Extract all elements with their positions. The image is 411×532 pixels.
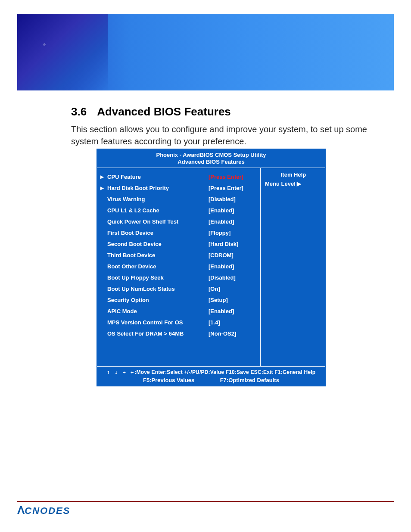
- bios-row-value[interactable]: [Floppy]: [209, 230, 257, 236]
- bios-row-label: Virus Warning: [107, 196, 209, 202]
- section-title: Advanced BIOS Features: [97, 105, 231, 118]
- bios-row-value[interactable]: [Enabled]: [209, 263, 257, 270]
- bios-help-panel: Item Help Menu Level ▶: [261, 168, 325, 366]
- bios-row[interactable]: APIC Mode[Enabled]: [100, 306, 257, 317]
- bios-settings-list: ▶CPU Feature[Press Enter]▶Hard Disk Boot…: [97, 168, 261, 366]
- bios-row-value[interactable]: [Press Enter]: [209, 174, 257, 180]
- bios-row-label: Boot Up Floppy Seek: [107, 274, 209, 281]
- bios-row-value[interactable]: [Hard Disk]: [209, 241, 257, 247]
- bios-row-label: MPS Version Control For OS: [107, 319, 209, 326]
- brand-text: CNODES: [25, 505, 70, 516]
- bios-row-value[interactable]: [On]: [209, 286, 257, 292]
- bios-row[interactable]: ▶CPU Feature[Press Enter]: [100, 171, 257, 183]
- bios-row[interactable]: First Boot Device[Floppy]: [100, 227, 257, 239]
- bios-row[interactable]: ▶Hard Disk Boot Priority[Press Enter]: [100, 183, 257, 194]
- bios-row-label: CPU L1 & L2 Cache: [107, 207, 209, 214]
- bios-row-value[interactable]: [Press Enter]: [209, 185, 257, 191]
- footer-f5: F5:Previous Values: [143, 377, 194, 383]
- bios-row[interactable]: OS Select For DRAM > 64MB[Non-OS2]: [100, 328, 257, 339]
- bios-row-value[interactable]: [Non-OS2]: [209, 330, 257, 337]
- bios-row[interactable]: Second Boot Device[Hard Disk]: [100, 239, 257, 250]
- bios-row-value[interactable]: [Enabled]: [209, 308, 257, 314]
- bios-row[interactable]: Security Option[Setup]: [100, 295, 257, 306]
- brand-lambda-icon: Λ: [17, 504, 25, 516]
- bios-body: ▶CPU Feature[Press Enter]▶Hard Disk Boot…: [97, 168, 325, 366]
- bios-row-value[interactable]: [Disabled]: [209, 196, 257, 202]
- bios-row[interactable]: CPU L1 & L2 Cache[Enabled]: [100, 205, 257, 216]
- bios-row-label: Third Boot Device: [107, 252, 209, 258]
- bios-header-line1: Phoenix - AwardBIOS CMOS Setup Utility: [97, 152, 325, 159]
- bios-row-label: Boot Other Device: [107, 263, 209, 270]
- bios-row-value[interactable]: [Enabled]: [209, 207, 257, 214]
- bios-row-value[interactable]: [Enabled]: [209, 218, 257, 225]
- bios-row-value[interactable]: [CDROM]: [209, 252, 257, 258]
- bios-footer: ↑ ↓ → ←:Move Enter:Select +/-/PU/PD:Valu…: [97, 366, 325, 387]
- banner-art: [17, 14, 108, 90]
- bios-row[interactable]: Third Boot Device[CDROM]: [100, 250, 257, 261]
- bios-row-label: Second Boot Device: [107, 241, 209, 247]
- section-number: 3.6: [71, 105, 87, 118]
- bios-row[interactable]: Boot Up Floppy Seek[Disabled]: [100, 272, 257, 283]
- bios-row-value[interactable]: [Disabled]: [209, 274, 257, 281]
- section-heading: 3.6Advanced BIOS Features: [71, 105, 231, 118]
- bios-setup-screen: Phoenix - AwardBIOS CMOS Setup Utility A…: [97, 149, 326, 386]
- footer-line1-rest: :Move Enter:Select +/-/PU/PD:Value F10:S…: [134, 369, 315, 375]
- bios-row-label: OS Select For DRAM > 64MB: [107, 330, 209, 337]
- triangle-right-icon: ▶: [297, 180, 301, 187]
- bios-row[interactable]: Quick Power On Shelf Test[Enabled]: [100, 216, 257, 227]
- bios-header: Phoenix - AwardBIOS CMOS Setup Utility A…: [97, 149, 325, 168]
- bios-header-line2: Advanced BIOS Features: [97, 159, 325, 165]
- triangle-right-icon: ▶: [100, 186, 107, 190]
- bios-row-label: Hard Disk Boot Priority: [107, 185, 209, 191]
- footer-f7: F7:Optimized Defaults: [220, 377, 279, 383]
- bios-row-value[interactable]: [1.4]: [209, 319, 257, 326]
- footer-keys-line1: ↑ ↓ → ←:Move Enter:Select +/-/PU/PD:Valu…: [100, 369, 323, 375]
- menu-level: Menu Level ▶: [265, 180, 322, 187]
- bios-row-label: APIC Mode: [107, 308, 209, 314]
- header-banner: [17, 14, 394, 90]
- bios-row[interactable]: Virus Warning[Disabled]: [100, 194, 257, 205]
- bios-row-label: Boot Up NumLock Status: [107, 286, 209, 292]
- bios-row-label: Security Option: [107, 297, 209, 303]
- menu-level-label: Menu Level: [265, 180, 296, 187]
- arrow-keys-icon: ↑ ↓ → ←: [107, 369, 135, 375]
- bios-row[interactable]: Boot Other Device[Enabled]: [100, 261, 257, 272]
- footer-keys-line2: F5:Previous Values F7:Optimized Defaults: [100, 377, 323, 383]
- bios-row-label: CPU Feature: [107, 174, 209, 180]
- bios-row-value[interactable]: [Setup]: [209, 297, 257, 303]
- help-title: Item Help: [265, 171, 322, 178]
- bios-row-label: First Boot Device: [107, 230, 209, 236]
- footer-rule: [17, 501, 394, 502]
- bios-row-label: Quick Power On Shelf Test: [107, 218, 209, 225]
- bios-row[interactable]: Boot Up NumLock Status[On]: [100, 283, 257, 295]
- triangle-right-icon: ▶: [100, 174, 107, 179]
- section-description: This section allows you to configure and…: [71, 123, 368, 147]
- bios-row[interactable]: MPS Version Control For OS[1.4]: [100, 317, 257, 328]
- brand-logo: ΛCNODES: [17, 504, 70, 517]
